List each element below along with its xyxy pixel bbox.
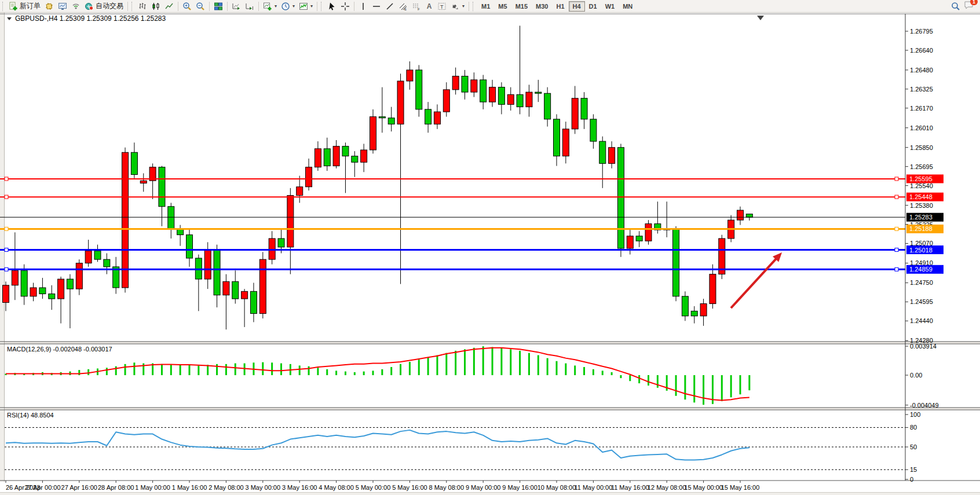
line-handle[interactable] — [5, 267, 8, 271]
monitor-icon — [58, 2, 67, 11]
candle-body — [140, 181, 147, 183]
zoom-in-icon — [182, 2, 192, 11]
auto-trading-icon — [85, 2, 94, 11]
notification-badge: 1 — [970, 0, 978, 5]
candle-body — [627, 236, 633, 248]
bar-chart-mode-button[interactable] — [136, 1, 149, 12]
vertical-line-icon — [359, 2, 368, 11]
line-handle[interactable] — [5, 177, 8, 181]
template-icon — [299, 2, 308, 11]
candle-body — [379, 117, 385, 118]
line-handle[interactable] — [895, 177, 898, 181]
price-tick-label: 1.24440 — [910, 317, 933, 324]
chart-background — [0, 13, 980, 493]
candle-body — [691, 311, 697, 316]
arrows-tool-button[interactable]: ▾ — [449, 1, 466, 12]
crosshair-tool-button[interactable] — [339, 1, 352, 12]
terminal-window-button[interactable] — [56, 1, 69, 12]
price-tick-label: 1.25850 — [910, 144, 933, 151]
rsi-axis-label: 50 — [910, 443, 917, 450]
search-icon[interactable] — [951, 2, 960, 11]
line-handle[interactable] — [5, 227, 8, 230]
candle-body — [214, 250, 220, 295]
pane-separator[interactable] — [0, 342, 980, 344]
new-order-button[interactable]: 新订单 — [7, 1, 42, 12]
trendline-icon — [385, 2, 394, 11]
periods-button[interactable]: ▾ — [279, 1, 297, 12]
svg-text:F: F — [418, 8, 420, 11]
vertical-line-tool-button[interactable] — [357, 1, 370, 12]
auto-trading-button[interactable]: 自动交易 — [83, 1, 125, 12]
channel-tool-button[interactable]: E — [397, 1, 409, 12]
candle-body — [617, 148, 624, 248]
candle-body — [489, 87, 496, 102]
line-handle[interactable] — [895, 227, 898, 230]
signal-icon — [71, 2, 81, 11]
candle-body — [287, 196, 294, 247]
clock-icon — [281, 2, 290, 11]
new-order-icon — [9, 2, 18, 11]
date-label: 3 May 16:00 — [282, 484, 317, 491]
candle-body — [315, 149, 321, 167]
line-handle[interactable] — [5, 195, 8, 199]
horizontal-line-tool-button[interactable] — [370, 1, 383, 12]
date-label: 15 May 00:00 — [684, 484, 723, 491]
auto-scroll-button[interactable] — [230, 1, 243, 12]
line-handle[interactable] — [895, 195, 898, 199]
text-tool-button[interactable]: A — [423, 1, 435, 12]
rsi-axis-label: 100 — [910, 411, 920, 418]
candle-body — [636, 236, 642, 241]
cursor-tool-button[interactable] — [326, 1, 338, 12]
separator — [317, 2, 317, 11]
candle-body — [168, 207, 174, 229]
auto-trading-label: 自动交易 — [96, 1, 123, 11]
price-tick-label: 1.26640 — [910, 47, 933, 54]
candle-body — [30, 288, 36, 296]
crosshair-icon — [341, 2, 350, 11]
candle-body — [49, 294, 55, 299]
timeframe-m15[interactable]: M15 — [511, 1, 532, 12]
chart-area[interactable]: 1.267951.266401.264801.263251.261701.260… — [0, 13, 980, 493]
candle-body — [85, 251, 92, 263]
zoom-out-button[interactable] — [194, 1, 207, 12]
templates-button[interactable]: ▾ — [297, 1, 315, 12]
fibonacci-tool-button[interactable]: F — [410, 1, 423, 12]
line-chart-mode-button[interactable] — [163, 1, 175, 12]
status-bar — [0, 492, 980, 495]
timeframe-m1[interactable]: M1 — [477, 1, 494, 12]
candle-body — [223, 281, 229, 295]
line-handle[interactable] — [5, 248, 8, 252]
timeframe-m5[interactable]: M5 — [494, 1, 511, 12]
timeframe-h1[interactable]: H1 — [552, 1, 568, 12]
new-chart-button[interactable]: ▾ — [261, 1, 279, 12]
line-handle[interactable] — [895, 248, 898, 252]
signals-button[interactable] — [70, 1, 82, 12]
timeframe-mn[interactable]: MN — [619, 1, 637, 12]
pane-separator[interactable] — [0, 408, 980, 410]
price-tick-label: 1.26795 — [910, 28, 933, 35]
zoom-in-button[interactable] — [181, 1, 193, 12]
trendline-tool-button[interactable] — [383, 1, 396, 12]
date-label: 11 May 00:00 — [574, 484, 612, 491]
text-tool-icon: A — [427, 2, 432, 10]
market-watch-button[interactable] — [43, 1, 56, 12]
candle-body — [480, 80, 487, 102]
timeframe-d1[interactable]: D1 — [585, 1, 601, 12]
candle-body — [737, 210, 744, 220]
notifications-button[interactable]: 1 — [964, 1, 974, 12]
separator — [127, 2, 128, 11]
timeframe-w1[interactable]: W1 — [601, 1, 619, 12]
chart-shift-button[interactable] — [243, 1, 256, 12]
chart-svg[interactable]: 1.267951.266401.264801.263251.261701.260… — [0, 13, 980, 493]
line-handle[interactable] — [895, 267, 898, 271]
date-label: 27 Apr 00:00 — [24, 484, 60, 491]
candle-body — [242, 291, 248, 299]
macd-axis-label: 0.003914 — [910, 343, 937, 350]
tile-windows-button[interactable] — [212, 1, 225, 12]
window-left-border — [0, 13, 4, 482]
label-tool-button[interactable]: T — [436, 1, 448, 12]
timeframe-m30[interactable]: M30 — [532, 1, 552, 12]
candlestick-mode-button[interactable] — [149, 1, 162, 12]
timeframe-h4[interactable]: H4 — [569, 1, 585, 12]
separator — [258, 2, 259, 11]
